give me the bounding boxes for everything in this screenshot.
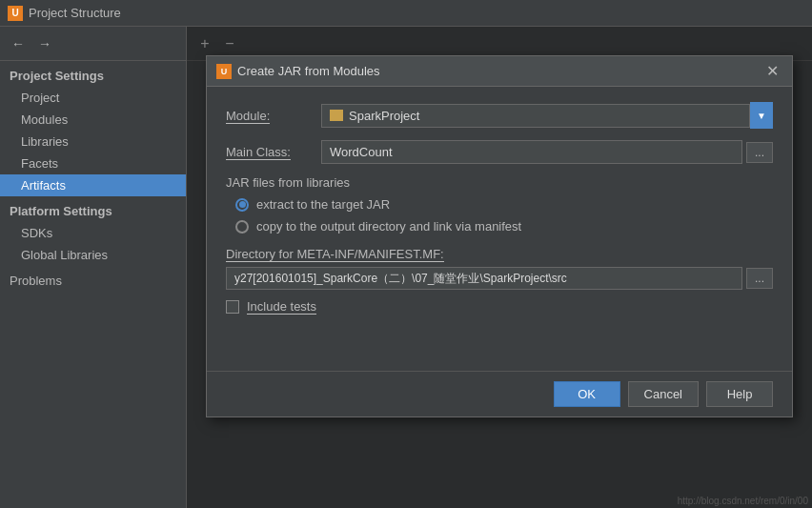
main-class-input[interactable]: [321, 140, 742, 164]
dir-browse-button[interactable]: ...: [746, 268, 773, 289]
module-select-container: SparkProject ▼: [321, 102, 773, 129]
radio-copy[interactable]: copy to the output directory and link vi…: [235, 219, 773, 234]
modal-overlay: U Create JAR from Modules ✕ Module:: [187, 27, 812, 508]
sidebar-item-facets[interactable]: Facets: [0, 152, 186, 174]
module-label: Module:: [226, 109, 321, 123]
cancel-button[interactable]: Cancel: [628, 381, 699, 407]
module-value: SparkProject: [349, 109, 419, 123]
dialog-footer: OK Cancel Help: [207, 371, 792, 417]
platform-settings-title: Platform Settings: [0, 196, 186, 222]
module-select[interactable]: SparkProject: [321, 104, 750, 128]
sidebar-item-libraries[interactable]: Libraries: [0, 131, 186, 152]
dialog-body: Module: SparkProject ▼: [207, 87, 792, 371]
include-tests-row[interactable]: Include tests: [226, 299, 773, 314]
sidebar-item-global-libraries[interactable]: Global Libraries: [0, 244, 186, 266]
sidebar-item-artifacts[interactable]: Artifacts: [0, 174, 186, 196]
radio-copy-label: copy to the output directory and link vi…: [256, 219, 521, 234]
module-row: Module: SparkProject ▼: [226, 102, 773, 129]
radio-group: extract to the target JAR copy to the ou…: [235, 197, 773, 234]
dialog-close-button[interactable]: ✕: [762, 62, 782, 80]
create-jar-dialog: U Create JAR from Modules ✕ Module:: [206, 55, 793, 417]
radio-extract-circle: [235, 198, 249, 212]
dialog-title: Create JAR from Modules: [237, 64, 380, 78]
window-title: Project Structure: [29, 6, 121, 20]
dir-row: ...: [226, 267, 773, 290]
dialog-titlebar: U Create JAR from Modules ✕: [207, 56, 792, 87]
include-tests-label: Include tests: [247, 299, 316, 314]
title-bar: U Project Structure: [0, 0, 812, 27]
radio-copy-circle: [235, 220, 249, 234]
sidebar-item-sdks[interactable]: SDKs: [0, 222, 186, 244]
watermark: http://blog.csdn.net/rem/0/in/00: [678, 496, 808, 506]
sidebar-toolbar: ← →: [0, 27, 186, 61]
main-class-browse-button[interactable]: ...: [746, 142, 773, 163]
dialog-icon: U: [216, 64, 232, 79]
dialog-title-left: U Create JAR from Modules: [216, 64, 380, 79]
folder-icon: [330, 110, 343, 121]
sidebar-item-modules[interactable]: Modules: [0, 109, 186, 131]
ok-button[interactable]: OK: [554, 381, 620, 407]
project-settings-title: Project Settings: [0, 61, 186, 87]
main-class-row: Main Class: ...: [226, 140, 773, 164]
nav-forward-button[interactable]: →: [34, 34, 55, 53]
sidebar-item-project[interactable]: Project: [0, 87, 186, 109]
app-icon: U: [8, 6, 23, 21]
module-dropdown-button[interactable]: ▼: [750, 102, 773, 129]
include-tests-checkbox[interactable]: [226, 300, 239, 314]
main-class-label: Main Class:: [226, 145, 321, 159]
content-area: + − U Create JAR from Modules ✕: [187, 27, 812, 508]
main-layout: ← → Project Settings Project Modules Lib…: [0, 27, 812, 508]
jar-files-section-title: JAR files from libraries: [226, 175, 773, 190]
dir-input[interactable]: [226, 267, 742, 290]
nav-back-button[interactable]: ←: [8, 34, 29, 53]
radio-extract-label: extract to the target JAR: [256, 197, 390, 212]
dir-section-label: Directory for META-INF/MANIFEST.MF:: [226, 247, 773, 261]
help-button[interactable]: Help: [706, 381, 773, 407]
sidebar-item-problems[interactable]: Problems: [0, 266, 186, 292]
sidebar: ← → Project Settings Project Modules Lib…: [0, 27, 187, 508]
radio-extract[interactable]: extract to the target JAR: [235, 197, 773, 212]
